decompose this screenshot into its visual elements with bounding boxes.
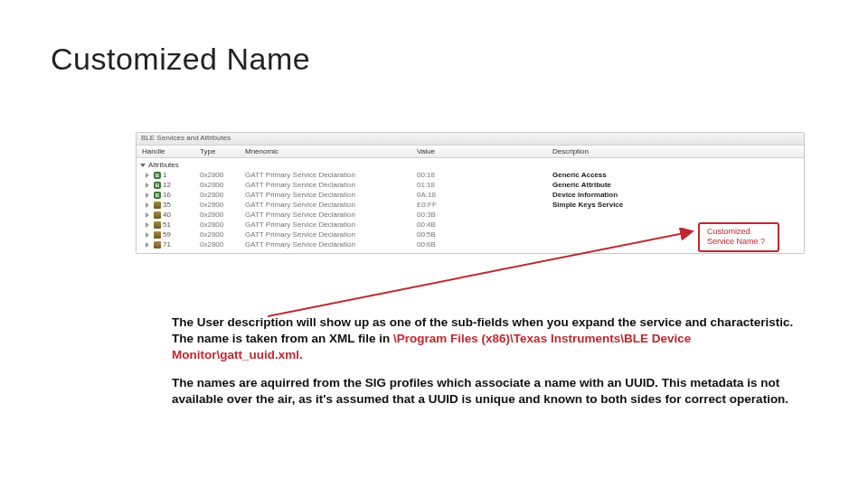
description-cell: Generic Attribute bbox=[552, 181, 804, 189]
table-row[interactable]: B160x2800GATT Primary Service Declaratio… bbox=[137, 190, 804, 200]
type-cell: 0x2800 bbox=[200, 201, 245, 209]
value-cell: 00:5B bbox=[417, 230, 552, 239]
table-row[interactable]: B10x2800GATT Primary Service Declaration… bbox=[137, 170, 804, 180]
col-header-description[interactable]: Description bbox=[552, 147, 804, 155]
handle-cell: 40 bbox=[137, 211, 200, 219]
value-cell: 00:4B bbox=[417, 221, 552, 229]
handle-value: 40 bbox=[163, 211, 171, 219]
table-row[interactable]: 350x2800GATT Primary Service Declaration… bbox=[137, 200, 804, 210]
chip-icon bbox=[154, 221, 161, 229]
description-cell: Simple Keys Service bbox=[552, 201, 804, 209]
table-row[interactable]: 400x2800GATT Primary Service Declaration… bbox=[137, 210, 804, 220]
value-cell: 00:6B bbox=[417, 240, 552, 249]
description-cell: Device Information bbox=[552, 191, 804, 199]
paragraph-2: The names are aquirred from the SIG prof… bbox=[172, 375, 805, 408]
type-cell: 0x2800 bbox=[200, 211, 245, 219]
mnemonic-cell: GATT Primary Service Declaration bbox=[245, 230, 417, 239]
mnemonic-cell: GATT Primary Service Declaration bbox=[245, 221, 417, 229]
body-text: The User description will show up as one… bbox=[172, 314, 805, 420]
chevron-right-icon[interactable] bbox=[146, 192, 149, 198]
chip-icon bbox=[154, 241, 161, 249]
bluetooth-icon: B bbox=[154, 172, 161, 179]
mnemonic-cell: GATT Primary Service Declaration bbox=[245, 201, 417, 209]
mnemonic-cell: GATT Primary Service Declaration bbox=[245, 171, 417, 179]
bluetooth-icon: B bbox=[154, 182, 161, 189]
type-cell: 0x2800 bbox=[200, 181, 245, 189]
chevron-right-icon[interactable] bbox=[146, 212, 149, 218]
handle-cell: B12 bbox=[137, 181, 200, 189]
handle-cell: 35 bbox=[137, 201, 200, 209]
panel-titlebar: BLE Services and Attributes bbox=[137, 133, 804, 145]
handle-cell: B16 bbox=[137, 191, 200, 199]
type-cell: 0x2800 bbox=[200, 221, 245, 229]
chevron-right-icon[interactable] bbox=[146, 222, 149, 228]
chip-icon bbox=[154, 202, 161, 209]
value-cell: 01:18 bbox=[417, 181, 552, 189]
chevron-right-icon[interactable] bbox=[146, 202, 149, 208]
type-cell: 0x2800 bbox=[200, 240, 245, 249]
chip-icon bbox=[154, 231, 161, 239]
paragraph-1: The User description will show up as one… bbox=[172, 314, 805, 362]
type-cell: 0x2800 bbox=[200, 230, 245, 239]
tree-root-row[interactable]: Attributes bbox=[137, 160, 804, 170]
handle-value: 35 bbox=[163, 201, 171, 209]
handle-cell: 59 bbox=[137, 230, 200, 239]
handle-value: 51 bbox=[163, 221, 171, 229]
page-title: Customized Name bbox=[51, 42, 310, 77]
callout-box: Customized Service Name ? bbox=[698, 222, 779, 252]
handle-cell: B1 bbox=[137, 171, 200, 179]
callout-line2: Service Name ? bbox=[707, 237, 770, 247]
type-cell: 0x2800 bbox=[200, 171, 245, 179]
col-header-mnemonic[interactable]: Mnenomic bbox=[245, 147, 417, 155]
chevron-down-icon[interactable] bbox=[140, 164, 146, 167]
table-header: Handle Type Mnenomic Value Description bbox=[137, 145, 804, 158]
col-header-handle[interactable]: Handle bbox=[137, 147, 200, 155]
value-cell: 00:3B bbox=[417, 211, 552, 219]
handle-cell: 71 bbox=[137, 240, 200, 249]
type-cell: 0x2800 bbox=[200, 191, 245, 199]
description-cell: Generic Access bbox=[552, 171, 804, 179]
table-row[interactable]: B120x2800GATT Primary Service Declaratio… bbox=[137, 180, 804, 190]
value-cell: E0:FF bbox=[417, 201, 552, 209]
chip-icon bbox=[154, 211, 161, 219]
root-label: Attributes bbox=[148, 161, 179, 169]
col-header-value[interactable]: Value bbox=[417, 147, 552, 155]
mnemonic-cell: GATT Primary Service Declaration bbox=[245, 181, 417, 189]
callout-line1: Customized bbox=[707, 227, 770, 237]
handle-value: 12 bbox=[163, 181, 171, 189]
value-cell: 00:18 bbox=[417, 171, 552, 179]
handle-value: 59 bbox=[163, 230, 171, 239]
chevron-right-icon[interactable] bbox=[146, 232, 149, 238]
handle-cell: 51 bbox=[137, 221, 200, 229]
mnemonic-cell: GATT Primary Service Declaration bbox=[245, 191, 417, 199]
chevron-right-icon[interactable] bbox=[146, 242, 149, 248]
mnemonic-cell: GATT Primary Service Declaration bbox=[245, 211, 417, 219]
chevron-right-icon[interactable] bbox=[146, 183, 149, 188]
chevron-right-icon[interactable] bbox=[146, 173, 149, 178]
handle-value: 1 bbox=[163, 171, 166, 179]
mnemonic-cell: GATT Primary Service Declaration bbox=[245, 240, 417, 249]
col-header-type[interactable]: Type bbox=[200, 147, 245, 155]
bluetooth-icon: B bbox=[154, 192, 161, 199]
handle-value: 16 bbox=[163, 191, 171, 199]
handle-value: 71 bbox=[163, 240, 171, 249]
value-cell: 0A:18 bbox=[417, 191, 552, 199]
